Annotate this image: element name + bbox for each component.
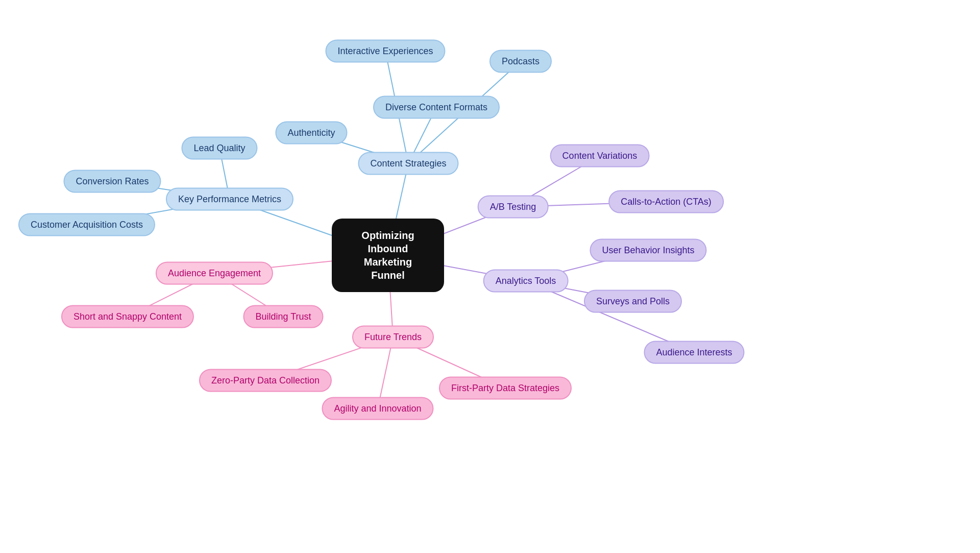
node-agility[interactable]: Agility and Innovation <box>322 397 433 420</box>
node-content-variations[interactable]: Content Variations <box>550 145 650 167</box>
node-first-party[interactable]: First-Party Data Strategies <box>439 377 572 400</box>
mindmap-container: Optimizing Inbound Marketing FunnelInter… <box>0 0 980 553</box>
node-future-trends[interactable]: Future Trends <box>352 326 434 349</box>
node-building-trust[interactable]: Building Trust <box>243 305 323 328</box>
node-podcasts[interactable]: Podcasts <box>489 50 552 73</box>
node-audience-engagement[interactable]: Audience Engagement <box>156 262 273 285</box>
node-ctas[interactable]: Calls-to-Action (CTAs) <box>608 190 724 213</box>
node-diverse-content[interactable]: Diverse Content Formats <box>373 96 500 119</box>
center-node[interactable]: Optimizing Inbound Marketing Funnel <box>332 219 444 292</box>
node-interactive-exp[interactable]: Interactive Experiences <box>325 40 445 63</box>
node-short-snappy[interactable]: Short and Snappy Content <box>61 305 194 328</box>
node-ab-testing[interactable]: A/B Testing <box>478 196 549 219</box>
node-key-perf[interactable]: Key Performance Metrics <box>166 188 293 211</box>
node-analytics-tools[interactable]: Analytics Tools <box>483 270 569 293</box>
node-content-strategies[interactable]: Content Strategies <box>358 152 458 175</box>
node-audience-interests[interactable]: Audience Interests <box>644 341 744 364</box>
node-lead-quality[interactable]: Lead Quality <box>181 137 257 160</box>
node-customer-acq[interactable]: Customer Acquisition Costs <box>18 213 155 236</box>
node-zero-party[interactable]: Zero-Party Data Collection <box>199 369 332 392</box>
node-user-behavior[interactable]: User Behavior Insights <box>590 239 706 262</box>
node-authenticity[interactable]: Authenticity <box>275 122 347 145</box>
node-conversion-rates[interactable]: Conversion Rates <box>63 170 161 193</box>
node-surveys-polls[interactable]: Surveys and Polls <box>584 290 682 313</box>
